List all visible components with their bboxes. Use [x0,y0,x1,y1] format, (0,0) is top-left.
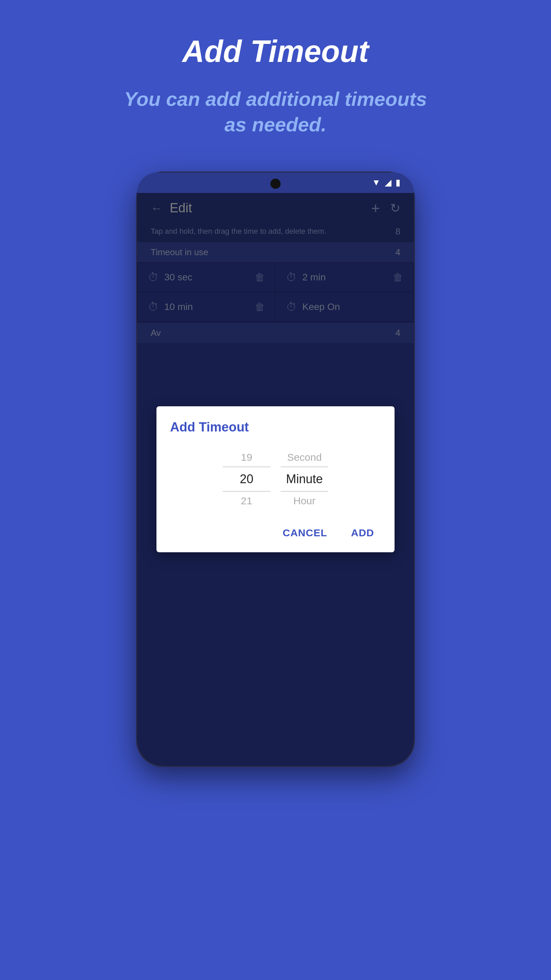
number-picker-column[interactable]: 19 20 21 [223,448,270,510]
unit-above: Second [281,448,328,466]
picker-container[interactable]: 19 20 21 Second Minute Hour [170,448,381,510]
page-title: Add Timeout [182,34,369,69]
phone-frame: ▼ ◢ ▮ ← Edit + ↻ Tap and hold, then drag… [136,172,415,767]
page-subtitle: You can add additional timeouts as neede… [122,86,429,137]
number-selected[interactable]: 20 [223,466,270,492]
dialog-overlay: Add Timeout 19 20 21 Second Minute Hour [137,193,414,766]
number-below: 21 [223,492,270,510]
wifi-icon: ▼ [372,177,381,188]
unit-picker-column[interactable]: Second Minute Hour [281,448,328,510]
phone-screen: ← Edit + ↻ Tap and hold, then drag the t… [137,193,414,766]
number-above: 19 [223,448,270,466]
dialog-title: Add Timeout [170,420,381,434]
phone-camera [270,179,281,189]
add-button-dialog[interactable]: ADD [344,524,381,542]
battery-icon: ▮ [395,177,400,188]
status-icons: ▼ ◢ ▮ [372,177,400,188]
unit-below: Hour [281,492,328,510]
add-timeout-dialog: Add Timeout 19 20 21 Second Minute Hour [156,406,395,552]
signal-icon: ◢ [385,177,392,188]
unit-selected[interactable]: Minute [281,466,328,492]
dialog-actions: CANCEL ADD [170,524,381,542]
cancel-button[interactable]: CANCEL [276,524,334,542]
